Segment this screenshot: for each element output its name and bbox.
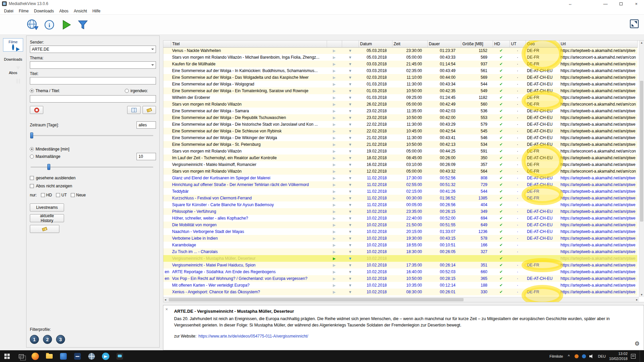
row-download-icon[interactable]: ▼	[342, 195, 359, 201]
row-play-icon[interactable]: ▶	[327, 248, 342, 255]
row-play-icon[interactable]: ▶	[327, 47, 342, 54]
table-row[interactable]: Naachtun - Verborgene Stadt der Mayas▶▼1…	[163, 228, 637, 235]
table-row[interactable]: Stars von morgen mit Rolando Villazón▶▼1…	[163, 148, 637, 155]
row-download-icon[interactable]: ▼	[342, 114, 359, 121]
table-row[interactable]: Vergissmeinnicht - Matéo Maximoff, Roman…	[163, 161, 637, 168]
maximallaenge-input[interactable]	[137, 153, 156, 160]
ut-checkbox[interactable]	[56, 193, 60, 197]
history-button[interactable]: aktuelle History	[30, 214, 64, 222]
radio-thema-titel[interactable]	[30, 89, 34, 93]
taskbar-firefox[interactable]	[28, 350, 42, 362]
row-play-icon[interactable]: ▶	[327, 148, 342, 155]
row-download-icon[interactable]: ▼	[342, 175, 359, 181]
row-play-icon[interactable]: ▶	[327, 141, 342, 148]
row-play-icon[interactable]: ▶	[327, 155, 342, 161]
keyboard-lang[interactable]: DEU	[598, 354, 606, 358]
radio-maximallaenge[interactable]	[30, 155, 34, 159]
taskbar-browser[interactable]	[85, 350, 99, 362]
table-row[interactable]: Square für Künstler - Carte Blanche für …	[163, 201, 637, 208]
table-row[interactable]: Stars von morgen mit Rolando Villazón - …	[163, 54, 637, 61]
col-ut[interactable]: UT	[509, 41, 526, 47]
col-play[interactable]	[327, 41, 342, 47]
row-download-icon[interactable]: ▼	[342, 228, 359, 235]
taskbar-app-blue[interactable]	[56, 350, 70, 362]
filter-profile-1[interactable]: 1	[30, 335, 39, 344]
row-download-icon[interactable]: ▼	[342, 262, 359, 268]
row-play-icon[interactable]: ▶	[327, 61, 342, 67]
table-row[interactable]: Philosophie - Verführung▶▼10.02.201823:3…	[163, 208, 637, 215]
filter-profile-2[interactable]: 2	[43, 335, 52, 344]
hd-checkbox[interactable]	[41, 193, 45, 197]
row-play-icon[interactable]: ▶	[327, 282, 342, 289]
row-play-icon[interactable]: ▶	[327, 121, 342, 128]
vertical-scrollbar[interactable]: ▲ ▼	[639, 41, 644, 297]
table-row[interactable]: Glanz und Elend der Kurtisanen im Spiege…	[163, 175, 637, 181]
row-download-icon[interactable]: ▼	[342, 74, 359, 81]
row-play-icon[interactable]: ▶	[327, 201, 342, 208]
row-download-icon[interactable]: ▼	[342, 81, 359, 87]
table-row[interactable]: Höher, schneller, weiter - alles Kopfsac…	[163, 215, 637, 222]
livestreams-button[interactable]: Livestreams	[30, 203, 64, 212]
table-row[interactable]: Eine Sommerreise auf der Wolga - Die Rep…	[163, 114, 637, 121]
row-play-icon[interactable]: ▶	[327, 242, 342, 248]
row-download-icon[interactable]: ▼	[342, 268, 359, 275]
col-titel[interactable]: Titel	[171, 41, 327, 47]
table-row[interactable]: Eine Sommerreise auf der Wolga - In Kalm…	[163, 67, 637, 74]
col-hd[interactable]: HD	[493, 41, 509, 47]
row-download-icon[interactable]: ▼	[342, 289, 359, 295]
row-download-icon[interactable]: ▼	[342, 121, 359, 128]
neue-checkbox[interactable]	[71, 193, 75, 197]
speaker-icon[interactable]	[589, 354, 595, 358]
length-slider[interactable]	[30, 164, 156, 170]
close-button[interactable]: ×	[629, 0, 644, 7]
scroll-left-icon[interactable]: ◄	[164, 298, 167, 301]
scroll-right-icon[interactable]: ►	[636, 298, 638, 301]
table-row[interactable]: Karambolage▶▼10.02.201818:55:0000:10:511…	[163, 242, 637, 248]
row-play-icon[interactable]: ▶	[327, 128, 342, 134]
table-row[interactable]: Eine Sommerreise auf der Wolga - Ein Tom…	[163, 87, 637, 94]
action-center-icon[interactable]	[631, 354, 636, 359]
row-play-icon[interactable]: ▶	[327, 161, 342, 168]
row-download-icon[interactable]: ▼	[342, 282, 359, 289]
row-play-icon[interactable]: ▶	[327, 175, 342, 181]
table-row[interactable]: enVox Pop - Ein Recht auf Wohnung? / Gri…	[163, 275, 637, 282]
table-row[interactable]: Kurzschluss - Festival von Clermont-Ferr…	[163, 195, 637, 201]
row-download-icon[interactable]: ▼	[342, 275, 359, 282]
table-row[interactable]: Vergissmeinnicht - Matei Pavel Haiducu, …	[163, 262, 637, 268]
table-row[interactable]: Eine Sommerreise auf der Wolga - Das Wol…	[163, 74, 637, 81]
row-download-icon[interactable]: ▼	[342, 47, 359, 54]
table-row[interactable]: Hinrichtung auf offener Straße - Der Arm…	[163, 181, 637, 188]
reset-filter-button[interactable]	[30, 106, 43, 114]
zeitraum-input[interactable]	[137, 121, 156, 129]
menu-hilfe[interactable]: Hilfe	[90, 8, 103, 14]
row-download-icon[interactable]: ▼	[342, 208, 359, 215]
table-row[interactable]: Eine Sommerreise auf der Wolga - Die Wik…	[163, 134, 637, 141]
row-play-icon[interactable]: ▶	[327, 108, 342, 114]
row-play-icon[interactable]: ▶	[327, 228, 342, 235]
col-url[interactable]: Url	[559, 41, 637, 47]
minimize-button[interactable]: —	[598, 0, 613, 7]
col-groesse[interactable]: Größe [MB]	[461, 41, 493, 47]
col-geo[interactable]: Geo	[526, 41, 559, 47]
scroll-down-icon[interactable]: ▼	[640, 293, 643, 296]
table-row[interactable]: Eine Sommerreise auf der Wolga - Samara▶…	[163, 108, 637, 114]
row-download-icon[interactable]: ▼	[342, 67, 359, 74]
row-download-icon[interactable]: ▼	[342, 248, 359, 255]
row-play-icon[interactable]: ▶	[327, 81, 342, 87]
taskbar-keepass[interactable]	[70, 350, 85, 362]
start-button[interactable]	[0, 350, 14, 362]
table-row[interactable]: Stars von morgen mit Rolando Villazón▶▼2…	[163, 101, 637, 108]
taskbar-explorer[interactable]	[42, 350, 56, 362]
row-download-icon[interactable]: ▼	[342, 255, 359, 262]
row-download-icon[interactable]: ▼	[342, 201, 359, 208]
table-row[interactable]: Die Mobilität von morgen▶▼10.02.201821:5…	[163, 222, 637, 228]
blacklist-edit-button[interactable]	[143, 106, 156, 114]
row-download-icon[interactable]: ▼	[342, 215, 359, 222]
play-film-button[interactable]	[59, 18, 73, 32]
scroll-up-icon[interactable]: ▲	[640, 41, 643, 44]
row-download-icon[interactable]: ▼	[342, 181, 359, 188]
table-row[interactable]: Wilhelm der Eroberer▶▼01.03.201809:25:00…	[163, 94, 637, 101]
thema-select[interactable]	[30, 61, 156, 69]
row-play-icon[interactable]: ▶	[327, 268, 342, 275]
row-download-icon[interactable]: ▼	[342, 161, 359, 168]
